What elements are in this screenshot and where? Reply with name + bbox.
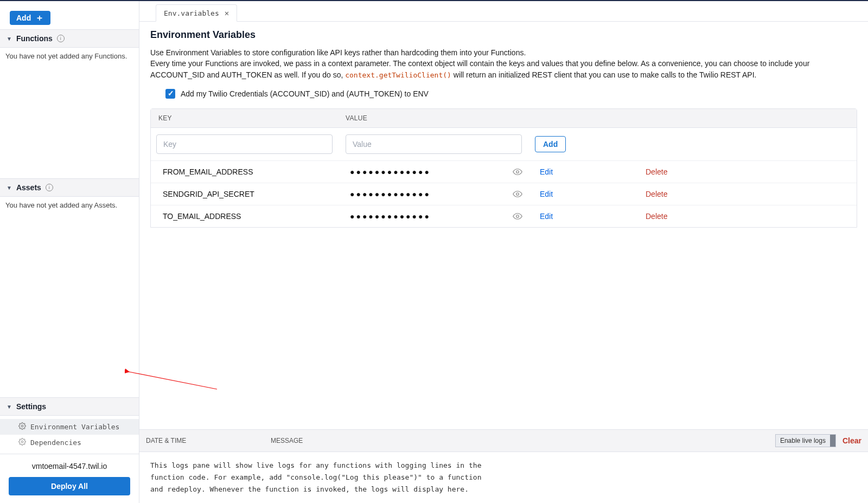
value-input[interactable] bbox=[346, 134, 522, 154]
functions-title: Functions bbox=[16, 34, 53, 43]
edit-link[interactable]: Edit bbox=[540, 190, 646, 198]
code-snippet: context.getTwilioClient() bbox=[345, 71, 451, 79]
reveal-icon[interactable] bbox=[513, 167, 540, 177]
tab-label: Env.variables bbox=[164, 9, 219, 17]
th-value: VALUE bbox=[346, 114, 533, 122]
live-logs-label: Enable live logs bbox=[776, 437, 830, 444]
reveal-icon[interactable] bbox=[513, 211, 540, 221]
info-icon[interactable]: i bbox=[46, 184, 53, 191]
plus-icon: ＋ bbox=[35, 14, 44, 22]
th-key: KEY bbox=[158, 114, 346, 122]
deploy-all-button[interactable]: Deploy All bbox=[9, 477, 130, 495]
row-key: FROM_EMAIL_ADDRESS bbox=[163, 167, 350, 176]
caret-down-icon: ▼ bbox=[7, 185, 12, 191]
svg-point-3 bbox=[516, 193, 519, 196]
edit-link[interactable]: Edit bbox=[540, 212, 646, 221]
settings-item-dependencies[interactable]: Dependencies bbox=[0, 435, 139, 450]
main-panel: Env.variables ✕ Environment Variables Us… bbox=[139, 1, 868, 503]
add-credentials-checkbox[interactable] bbox=[165, 89, 175, 99]
desc-line: will return an initialized REST client t… bbox=[454, 70, 757, 79]
sidebar: Add ＋ ▼ Functions i You have not yet add… bbox=[0, 1, 139, 503]
edit-link[interactable]: Edit bbox=[540, 167, 646, 176]
settings-section-header[interactable]: ▼ Settings bbox=[0, 397, 139, 416]
row-key: SENDGRID_API_SECRET bbox=[163, 190, 350, 198]
tabstrip: Env.variables ✕ bbox=[139, 1, 868, 22]
delete-link[interactable]: Delete bbox=[646, 167, 667, 176]
assets-title: Assets bbox=[16, 183, 41, 192]
domain-text: vmtoemail-4547.twil.io bbox=[9, 462, 130, 470]
settings-title: Settings bbox=[16, 402, 46, 411]
logs-panel: DATE & TIME MESSAGE Enable live logs Cle… bbox=[139, 429, 868, 503]
add-button-label: Add bbox=[16, 14, 31, 22]
svg-point-0 bbox=[21, 425, 23, 427]
new-var-row: Add bbox=[151, 128, 857, 161]
row-value-masked: ●●●●●●●●●●●●● bbox=[350, 190, 513, 198]
functions-empty-text: You have not yet added any Functions. bbox=[0, 48, 139, 65]
th-datetime: DATE & TIME bbox=[146, 437, 271, 444]
settings-list: Environment Variables Dependencies bbox=[0, 416, 139, 454]
desc-line: Use Environment Variables to store confi… bbox=[150, 48, 526, 57]
add-credentials-label: Add my Twilio Credentials (ACCOUNT_SID) … bbox=[181, 89, 429, 98]
reveal-icon[interactable] bbox=[513, 189, 540, 199]
table-header: KEY VALUE bbox=[151, 109, 857, 128]
svg-point-4 bbox=[516, 215, 519, 218]
delete-link[interactable]: Delete bbox=[646, 212, 667, 221]
toggle-knob-icon bbox=[830, 435, 835, 447]
settings-item-label: Dependencies bbox=[30, 438, 81, 447]
settings-item-env-vars[interactable]: Environment Variables bbox=[0, 419, 139, 435]
add-row-button[interactable]: Add bbox=[535, 136, 566, 152]
row-value-masked: ●●●●●●●●●●●●● bbox=[350, 212, 513, 221]
functions-section-header[interactable]: ▼ Functions i bbox=[0, 29, 139, 48]
table-row: FROM_EMAIL_ADDRESS ●●●●●●●●●●●●● Edit De… bbox=[151, 161, 857, 183]
sidebar-footer: vmtoemail-4547.twil.io Deploy All bbox=[0, 454, 139, 503]
caret-down-icon: ▼ bbox=[7, 404, 12, 410]
logs-header: DATE & TIME MESSAGE Enable live logs Cle… bbox=[139, 430, 868, 452]
info-icon[interactable]: i bbox=[57, 35, 65, 42]
settings-item-label: Environment Variables bbox=[30, 423, 119, 431]
assets-section-header[interactable]: ▼ Assets i bbox=[0, 178, 139, 197]
key-input[interactable] bbox=[156, 134, 333, 154]
add-button[interactable]: Add ＋ bbox=[10, 11, 50, 25]
tab-env-variables[interactable]: Env.variables ✕ bbox=[156, 4, 237, 22]
enable-live-logs-toggle[interactable]: Enable live logs bbox=[775, 434, 836, 447]
logs-body: This logs pane will show live logs for a… bbox=[139, 452, 508, 503]
row-value-masked: ●●●●●●●●●●●●● bbox=[350, 167, 513, 176]
th-message: MESSAGE bbox=[271, 437, 775, 444]
clear-logs-button[interactable]: Clear bbox=[843, 436, 861, 445]
svg-point-2 bbox=[516, 171, 519, 173]
assets-empty-text: You have not yet added any Assets. bbox=[0, 197, 139, 214]
env-vars-table: KEY VALUE Add FROM_EMAIL_ADDRESS ●●●●●●●… bbox=[150, 108, 857, 228]
delete-link[interactable]: Delete bbox=[646, 190, 667, 198]
page-title: Environment Variables bbox=[150, 29, 857, 41]
table-row: TO_EMAIL_ADDRESS ●●●●●●●●●●●●● Edit Dele… bbox=[151, 205, 857, 227]
gear-icon bbox=[18, 422, 26, 431]
row-key: TO_EMAIL_ADDRESS bbox=[163, 212, 350, 221]
gear-icon bbox=[18, 438, 26, 447]
table-row: SENDGRID_API_SECRET ●●●●●●●●●●●●● Edit D… bbox=[151, 183, 857, 205]
close-icon[interactable]: ✕ bbox=[225, 9, 229, 17]
svg-point-1 bbox=[21, 441, 23, 443]
caret-down-icon: ▼ bbox=[7, 36, 12, 42]
page-description: Use Environment Variables to store confi… bbox=[150, 47, 857, 80]
